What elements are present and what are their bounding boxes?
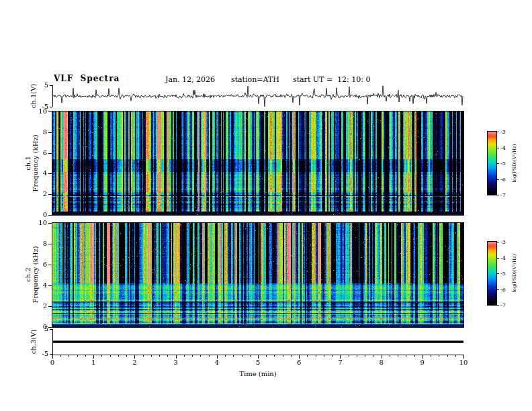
- x-minor-tick: [349, 355, 349, 357]
- ch1-frequency-axis-label-line1: ch.1: [24, 134, 32, 191]
- ch1-frequency-axis-label: ch.1 Frequency (kHz): [24, 134, 39, 191]
- colorbar-ch1-tick-label: -6: [500, 177, 506, 183]
- spec1-y-tick: [48, 194, 52, 195]
- spec1-y-tick: [48, 111, 52, 112]
- spec1-y-tick-label: 4: [28, 169, 47, 177]
- spec1-y-tick: [48, 132, 52, 133]
- spec2-y-tick: [48, 327, 52, 328]
- ch3-waveform-panel: [52, 329, 463, 355]
- x-minor-tick: [291, 355, 292, 357]
- colorbar-ch1-tick-label: -4: [500, 145, 506, 151]
- x-minor-tick: [373, 355, 373, 357]
- x-tick-label: 0: [44, 359, 60, 367]
- figure-title: VLF Spectra: [54, 74, 120, 83]
- ch2-spectrogram-panel: [52, 222, 464, 328]
- x-minor-tick: [101, 355, 102, 357]
- spec2-y-tick-label: 2: [28, 302, 47, 310]
- x-tick-label: 1: [85, 359, 101, 367]
- x-minor-tick: [332, 355, 332, 357]
- colorbar-ch2: [487, 241, 497, 306]
- x-minor-tick: [200, 355, 201, 357]
- x-minor-tick: [439, 355, 439, 357]
- x-minor-tick: [250, 355, 251, 357]
- x-tick-label: 3: [168, 359, 184, 367]
- spec2-y-tick-label: 10: [28, 219, 47, 227]
- x-minor-tick: [85, 355, 86, 357]
- spec2-y-tick: [48, 306, 52, 307]
- x-tick-label: 5: [250, 359, 266, 367]
- colorbar-ch2-tick: [497, 273, 499, 274]
- x-minor-tick: [60, 355, 61, 357]
- x-minor-tick: [118, 355, 119, 357]
- colorbar-ch1-tick: [497, 195, 499, 195]
- colorbar-ch2-tick: [497, 289, 499, 290]
- colorbar-ch2-tick-label: -5: [500, 271, 506, 277]
- x-minor-tick: [365, 355, 365, 357]
- vlf-spectra-figure: VLF Spectra Jan. 12, 2026 station=ATH st…: [0, 0, 532, 411]
- colorbar-ch1-tick-label: -7: [500, 192, 506, 198]
- x-minor-tick: [126, 355, 127, 357]
- x-minor-tick: [283, 355, 283, 357]
- spec2-y-tick-label: 0: [28, 323, 47, 331]
- x-minor-tick: [266, 355, 267, 357]
- x-minor-tick: [316, 355, 316, 357]
- ch3-waveform-canvas: [52, 329, 463, 355]
- x-minor-tick: [398, 355, 398, 357]
- spec1-y-tick-label: 8: [28, 128, 47, 136]
- colorbar-ch1-tick-label: -5: [500, 161, 506, 167]
- wave1-top-tick-label: 5: [30, 81, 48, 89]
- x-minor-tick: [159, 355, 160, 357]
- colorbar-ch2-tick: [497, 258, 499, 259]
- spec1-y-tick: [48, 215, 52, 216]
- x-minor-tick: [233, 355, 234, 357]
- colorbar-ch2-tick-label: -7: [500, 302, 506, 308]
- x-minor-tick: [77, 355, 78, 357]
- ch1-waveform-y-spine: [52, 85, 53, 107]
- x-minor-tick: [69, 355, 69, 357]
- spec1-y-tick-label: 10: [28, 107, 47, 116]
- ch2-frequency-axis-label-line2: Frequency (kHz): [32, 246, 39, 303]
- ch3-waveform-y-spine: [52, 329, 53, 355]
- colorbar-ch2-tick-label: -3: [500, 239, 506, 245]
- x-minor-tick: [324, 355, 324, 357]
- x-minor-tick: [242, 355, 242, 357]
- figure-date: Jan. 12, 2026: [165, 75, 215, 84]
- time-axis-label: Time (min): [218, 370, 298, 377]
- x-minor-tick: [414, 355, 415, 357]
- colorbar-ch1-tick: [497, 179, 499, 180]
- wave3-top-tick: [50, 329, 52, 330]
- spec2-y-tick: [48, 244, 52, 244]
- x-minor-tick: [192, 355, 193, 357]
- ch1-frequency-axis-label-line2: Frequency (kHz): [32, 134, 39, 191]
- x-tick-label: 6: [291, 359, 307, 367]
- ch1-spectrogram-canvas: [52, 111, 463, 215]
- spec1-y-tick-label: 0: [28, 211, 47, 219]
- spec2-y-tick-label: 6: [28, 261, 47, 269]
- x-minor-tick: [406, 355, 406, 357]
- colorbar-ch2-tick: [497, 305, 499, 306]
- colorbar-ch2-canvas: [488, 242, 496, 305]
- x-minor-tick: [431, 355, 431, 357]
- ch2-frequency-axis-label: ch.2 Frequency (kHz): [24, 246, 39, 303]
- wave1-top-tick: [50, 85, 52, 86]
- x-tick-label: 2: [126, 359, 142, 367]
- ch1-waveform-panel: [52, 85, 463, 107]
- colorbar-ch2-tick-label: -4: [500, 255, 506, 261]
- spec1-y-tick-label: 2: [28, 190, 47, 198]
- ch2-frequency-axis-label-line1: ch.2: [24, 246, 32, 303]
- spec2-y-tick: [48, 223, 52, 224]
- x-minor-tick: [184, 355, 185, 357]
- colorbar-ch1: [487, 131, 497, 195]
- start-ut-label: start UT = 12: 10: 0: [293, 75, 371, 84]
- wave1-bottom-tick: [50, 107, 52, 107]
- spec2-y-tick-label: 4: [28, 281, 47, 289]
- spec1-y-tick: [48, 173, 52, 174]
- x-tick-label: 7: [332, 359, 348, 367]
- colorbar-ch1-label: log(PSD)(V²/Hz): [512, 144, 517, 183]
- colorbar-ch1-tick: [497, 148, 499, 148]
- ch1-waveform-canvas: [52, 85, 463, 107]
- colorbar-ch2-label: log(PSD)(V²/Hz): [512, 255, 517, 293]
- x-minor-tick: [151, 355, 152, 357]
- wave3-bottom-tick: [50, 354, 52, 355]
- x-minor-tick: [455, 355, 456, 357]
